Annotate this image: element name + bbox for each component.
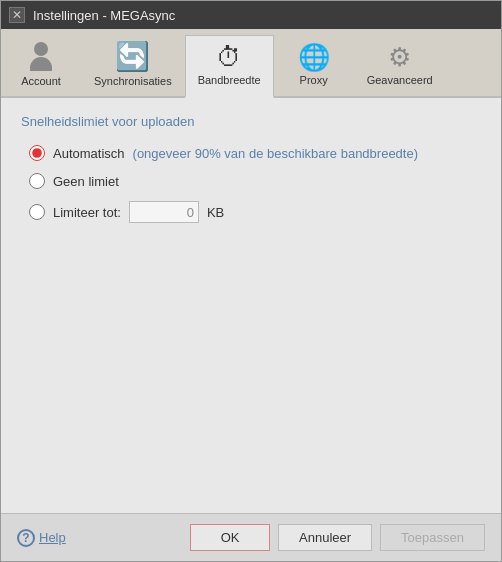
bandwidth-icon: ⏱ — [216, 44, 242, 70]
radio-no-limit-row: Geen limiet — [29, 173, 481, 189]
help-link[interactable]: Help — [39, 530, 66, 545]
tab-proxy-label: Proxy — [300, 74, 328, 86]
radio-auto-label: Automatisch — [53, 146, 125, 161]
tab-sync[interactable]: 🔄 Synchronisaties — [81, 35, 185, 96]
title-bar: ✕ Instellingen - MEGAsync — [1, 1, 501, 29]
limit-input[interactable] — [129, 201, 199, 223]
tab-proxy[interactable]: 🌐 Proxy — [274, 35, 354, 96]
tab-bandwidth-label: Bandbreedte — [198, 74, 261, 86]
gear-icon: ⚙ — [388, 44, 411, 70]
tab-account[interactable]: Account — [1, 35, 81, 96]
tab-advanced-label: Geavanceerd — [367, 74, 433, 86]
help-icon: ? — [17, 529, 35, 547]
sync-icon: 🔄 — [115, 43, 150, 71]
radio-no-limit-label: Geen limiet — [53, 174, 119, 189]
radio-limit-label: Limiteer tot: — [53, 205, 121, 220]
proxy-icon: 🌐 — [298, 44, 330, 70]
radio-limit-row: Limiteer tot: KB — [29, 201, 481, 223]
apply-button[interactable]: Toepassen — [380, 524, 485, 551]
radio-limit[interactable] — [29, 204, 45, 220]
tab-bandwidth[interactable]: ⏱ Bandbreedte — [185, 35, 274, 98]
radio-auto[interactable] — [29, 145, 45, 161]
limit-unit: KB — [207, 205, 224, 220]
radio-auto-sublabel: (ongeveer 90% van de beschikbare bandbre… — [133, 146, 418, 161]
cancel-button[interactable]: Annuleer — [278, 524, 372, 551]
ok-button[interactable]: OK — [190, 524, 270, 551]
help-area: ? Help — [17, 529, 66, 547]
close-button[interactable]: ✕ — [9, 7, 25, 23]
tab-account-label: Account — [21, 75, 61, 87]
settings-window: ✕ Instellingen - MEGAsync Account 🔄 Sync… — [0, 0, 502, 562]
account-icon — [30, 42, 52, 71]
speed-limit-options: Automatisch (ongeveer 90% van de beschik… — [29, 145, 481, 223]
radio-no-limit[interactable] — [29, 173, 45, 189]
tab-advanced[interactable]: ⚙ Geavanceerd — [354, 35, 446, 96]
content-area: Snelheidslimiet voor uploaden Automatisc… — [1, 98, 501, 513]
radio-auto-row: Automatisch (ongeveer 90% van de beschik… — [29, 145, 481, 161]
section-title: Snelheidslimiet voor uploaden — [21, 114, 481, 129]
footer: ? Help OK Annuleer Toepassen — [1, 513, 501, 561]
tab-bar: Account 🔄 Synchronisaties ⏱ Bandbreedte … — [1, 29, 501, 98]
window-title: Instellingen - MEGAsync — [33, 8, 175, 23]
tab-sync-label: Synchronisaties — [94, 75, 172, 87]
